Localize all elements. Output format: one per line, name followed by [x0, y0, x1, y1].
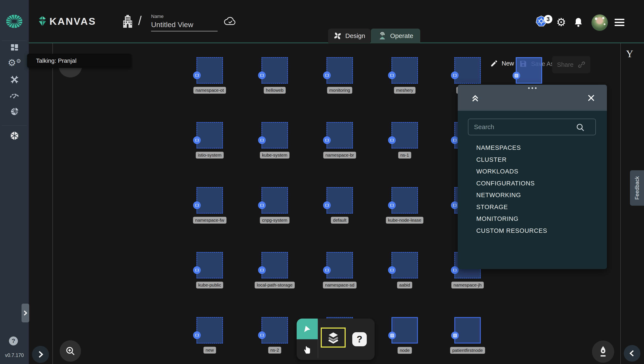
- connection-handle-icon[interactable]: [323, 202, 331, 209]
- sidebar-divider: [2, 125, 27, 126]
- gears-icon: ⚙⚙: [8, 58, 21, 67]
- connection-handle-icon[interactable]: [323, 136, 331, 144]
- canvas-node[interactable]: meshery: [392, 57, 418, 84]
- canvas-node[interactable]: namespace-sd: [326, 252, 353, 278]
- sidebar-item-extensions[interactable]: [0, 107, 29, 116]
- connection-handle-icon[interactable]: [193, 266, 201, 274]
- canvas-node[interactable]: monitoring: [326, 57, 353, 84]
- help-button[interactable]: ?: [9, 336, 18, 345]
- crossed-wrenches-icon: [10, 75, 20, 85]
- share-button[interactable]: Share: [552, 56, 590, 73]
- hexagon-icon: [10, 131, 20, 141]
- sidebar-item-performance[interactable]: [0, 91, 29, 99]
- connection-handle-icon[interactable]: [388, 72, 396, 79]
- sidebar-item-lifecycle[interactable]: ⚙⚙: [0, 58, 29, 67]
- canvas-node[interactable]: namespace-br: [326, 122, 353, 148]
- connection-handle-icon[interactable]: [451, 202, 458, 209]
- expand-right-button[interactable]: [32, 346, 49, 363]
- node-label: namespace-sd: [323, 282, 356, 288]
- connection-handle-icon[interactable]: [193, 202, 201, 209]
- connection-handle-icon[interactable]: [193, 72, 201, 79]
- canvas-node[interactable]: helloweb: [262, 57, 288, 84]
- canvas-node[interactable]: namespace-fw: [196, 187, 223, 214]
- connection-handle-icon[interactable]: [258, 72, 266, 79]
- connection-handle-icon[interactable]: [451, 331, 459, 339]
- connection-handle-icon[interactable]: [258, 202, 266, 209]
- resource-category-monitoring[interactable]: MONITORING: [476, 215, 518, 222]
- layers-tool-button[interactable]: [321, 327, 346, 347]
- collapse-up-icon[interactable]: [470, 93, 480, 103]
- dock-drag-handle[interactable]: [528, 87, 536, 89]
- zoom-in-button[interactable]: [60, 340, 81, 362]
- resource-category-workloads[interactable]: WORKLOADS: [476, 168, 518, 175]
- search-icon[interactable]: [576, 122, 585, 132]
- resource-category-cluster[interactable]: CLUSTER: [476, 156, 506, 163]
- pen-nib-icon: [597, 345, 609, 358]
- canvas-node[interactable]: istio-system: [196, 122, 223, 148]
- connection-handle-icon[interactable]: [323, 266, 331, 274]
- sidebar-divider: [2, 41, 27, 41]
- canvas-node[interactable]: node: [392, 317, 418, 343]
- select-tool-button[interactable]: [297, 318, 318, 339]
- connection-handle-icon[interactable]: [258, 266, 266, 274]
- canvas-node[interactable]: aabid: [392, 252, 418, 278]
- resource-category-namespaces[interactable]: NAMESPACES: [476, 144, 521, 151]
- canvas-node[interactable]: new: [196, 317, 223, 343]
- canvas-node[interactable]: cnpg-system: [262, 187, 288, 214]
- toolbar-help-button[interactable]: ?: [352, 332, 367, 346]
- collaboration-y-icon[interactable]: Y: [626, 48, 633, 60]
- canvas-node[interactable]: kube-public: [196, 252, 223, 278]
- canvas-node[interactable]: kube-system: [262, 122, 288, 148]
- connection-handle-icon[interactable]: [451, 72, 458, 79]
- connection-handle-icon[interactable]: [388, 136, 396, 144]
- connection-handle-icon[interactable]: [451, 266, 458, 274]
- resource-category-networking[interactable]: NETWORKING: [476, 192, 521, 199]
- connection-handle-icon[interactable]: [193, 331, 201, 339]
- handle-glyph: [326, 269, 328, 271]
- canvas-node[interactable]: namespace-ot: [196, 57, 223, 84]
- sidebar-expand-tab[interactable]: [22, 304, 29, 322]
- node-label: kube-node-lease: [386, 217, 424, 224]
- connection-handle-icon[interactable]: [388, 266, 396, 274]
- performance-gauge-icon: [10, 91, 20, 99]
- connection-handle-icon[interactable]: [388, 202, 396, 209]
- canvas-node[interactable]: ns-2: [262, 317, 288, 343]
- collapse-right-rail-button[interactable]: [624, 345, 640, 362]
- sidebar-item-dashboard[interactable]: [0, 43, 29, 52]
- feedback-tab[interactable]: Feedback: [630, 170, 644, 206]
- connection-handle-icon[interactable]: [388, 331, 396, 339]
- node-label: meshery: [394, 87, 416, 94]
- canvas-node[interactable]: s: [454, 57, 481, 84]
- resource-category-configurations[interactable]: CONFIGURATIONS: [476, 180, 535, 187]
- connection-handle-icon[interactable]: [258, 331, 266, 339]
- resource-category-storage[interactable]: STORAGE: [476, 204, 508, 211]
- canvas-node[interactable]: patientfirstnode: [454, 317, 481, 343]
- chevron-right-icon: [23, 310, 28, 316]
- close-icon[interactable]: [586, 93, 596, 103]
- handle-glyph: [515, 74, 518, 77]
- connection-handle-icon[interactable]: [258, 136, 266, 144]
- sidebar-item-component[interactable]: [0, 131, 29, 141]
- canvas-node[interactable]: [516, 57, 542, 84]
- pan-tool-button[interactable]: [297, 339, 318, 360]
- cluster-count-badge[interactable]: 3: [544, 15, 552, 24]
- connection-handle-icon[interactable]: [193, 136, 201, 144]
- layers-icon: [326, 331, 340, 344]
- app-version: v0.7.170: [0, 352, 29, 358]
- canvas-node[interactable]: local-path-storage: [262, 252, 288, 278]
- canvas-node[interactable]: ns-1: [392, 122, 418, 148]
- node-label: cnpg-system: [260, 217, 290, 224]
- connection-handle-icon[interactable]: [451, 136, 458, 144]
- connection-handle-icon[interactable]: [323, 72, 331, 79]
- handle-glyph: [196, 139, 198, 141]
- node-label: default: [331, 217, 348, 224]
- connection-handle-icon[interactable]: [512, 72, 520, 79]
- new-button[interactable]: New: [490, 59, 514, 67]
- sidebar-item-toolkit[interactable]: [0, 75, 29, 85]
- canvas-node[interactable]: kube-node-lease: [392, 187, 418, 214]
- node-label: node: [398, 347, 412, 354]
- canvas-node[interactable]: default: [326, 187, 353, 214]
- meshery-logo-icon[interactable]: [6, 14, 23, 29]
- pen-tool-button[interactable]: [592, 340, 614, 363]
- resource-category-custom-resources[interactable]: CUSTOM RESOURCES: [476, 227, 547, 234]
